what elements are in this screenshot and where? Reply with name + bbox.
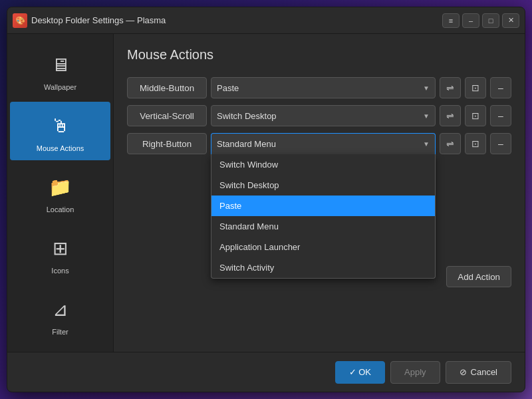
filter-icon: ⊿	[45, 293, 76, 325]
sidebar-label-mouse-actions: Mouse Actions	[37, 144, 84, 152]
sidebar-label-wallpaper: Wallpaper	[44, 83, 76, 91]
dropdown-item-paste[interactable]: Paste	[211, 196, 435, 216]
location-icon: 📁	[45, 171, 76, 203]
sidebar-item-icons[interactable]: ⊞ Icons	[10, 224, 110, 283]
middle-button-settings-icon[interactable]: ⇌	[440, 77, 461, 98]
dropdown-menu: Switch Window Switch Desktop Paste Stand…	[211, 154, 436, 279]
maximize-button[interactable]: □	[482, 13, 499, 28]
footer: ✓ OK Apply ⊘ Cancel	[7, 352, 525, 392]
right-button-settings-icon[interactable]: ⇌	[440, 133, 461, 154]
content-area: 🖥 Wallpaper 🖱 Mouse Actions 📁 Location ⊞…	[7, 34, 525, 352]
cancel-button[interactable]: ⊘ Cancel	[446, 361, 511, 384]
icons-icon: ⊞	[45, 232, 76, 264]
sidebar-label-icons: Icons	[51, 267, 68, 275]
close-button[interactable]: ✕	[502, 13, 519, 28]
sidebar-label-location: Location	[47, 205, 74, 213]
right-button-value: Standard Menu	[217, 139, 276, 149]
vertical-scroll-value: Switch Desktop	[217, 111, 277, 121]
minimize-button[interactable]: –	[462, 13, 479, 28]
middle-button-btn[interactable]: Middle-Button	[127, 77, 207, 98]
right-button-arrow: ▼	[423, 140, 430, 148]
titlebar-left: 🎨 Desktop Folder Settings — Plasma	[13, 13, 166, 28]
cancel-icon: ⊘	[460, 367, 467, 377]
vertical-scroll-arrow: ▼	[423, 112, 430, 120]
dropdown-item-switch-activity[interactable]: Switch Activity	[211, 257, 435, 278]
cancel-label: Cancel	[471, 367, 497, 377]
window-title: Desktop Folder Settings — Plasma	[31, 15, 166, 25]
apply-button[interactable]: Apply	[390, 361, 440, 384]
dropdown-item-switch-desktop[interactable]: Switch Desktop	[211, 175, 435, 196]
action-row-3: Right-Button Standard Menu ▼ Switch Wind…	[127, 132, 511, 156]
sidebar-item-filter[interactable]: ⊿ Filter	[10, 285, 110, 344]
vertical-scroll-select[interactable]: Switch Desktop ▼	[211, 105, 436, 126]
middle-button-remove-icon[interactable]: –	[490, 77, 511, 98]
main-window: 🎨 Desktop Folder Settings — Plasma ≡ – □…	[7, 7, 525, 392]
action-row-1: Middle-Button Paste ▼ ⇌ ⊡ –	[127, 76, 511, 100]
vertical-scroll-settings-icon[interactable]: ⇌	[440, 105, 461, 126]
middle-button-value: Paste	[217, 83, 239, 93]
add-action-label: Add Action	[458, 272, 500, 282]
sidebar-item-about[interactable]: ℹ About	[10, 346, 110, 352]
app-icon: 🎨	[13, 13, 27, 28]
middle-button-copy-icon[interactable]: ⊡	[465, 77, 486, 98]
titlebar-controls: ≡ – □ ✕	[442, 13, 519, 28]
right-button-copy-icon[interactable]: ⊡	[465, 133, 486, 154]
mouse-icon: 🖱	[45, 110, 76, 142]
middle-button-select[interactable]: Paste ▼	[211, 77, 436, 98]
main-panel: Mouse Actions Middle-Button Paste ▼ ⇌ ⊡ …	[114, 34, 525, 352]
middle-button-arrow: ▼	[423, 84, 430, 92]
vertical-scroll-copy-icon[interactable]: ⊡	[465, 105, 486, 126]
dropdown-item-application-launcher[interactable]: Application Launcher	[211, 237, 435, 257]
sidebar-label-filter: Filter	[52, 328, 68, 336]
sidebar: 🖥 Wallpaper 🖱 Mouse Actions 📁 Location ⊞…	[7, 34, 114, 352]
dropdown-item-standard-menu[interactable]: Standard Menu	[211, 216, 435, 237]
sidebar-item-wallpaper[interactable]: 🖥 Wallpaper	[10, 41, 110, 99]
ok-label: ✓ OK	[349, 367, 371, 377]
right-button-remove-icon[interactable]: –	[490, 133, 511, 154]
add-action-button[interactable]: Add Action	[446, 266, 511, 287]
right-button-btn[interactable]: Right-Button	[127, 133, 207, 154]
dropdown-item-switch-window[interactable]: Switch Window	[211, 154, 435, 175]
page-title: Mouse Actions	[127, 47, 511, 63]
ok-button[interactable]: ✓ OK	[335, 361, 385, 384]
titlebar: 🎨 Desktop Folder Settings — Plasma ≡ – □…	[7, 7, 525, 34]
wallpaper-icon: 🖥	[45, 49, 76, 80]
actions-area: Middle-Button Paste ▼ ⇌ ⊡ – Vertical-Scr…	[127, 76, 511, 338]
vertical-scroll-remove-icon[interactable]: –	[490, 105, 511, 126]
action-row-2: Vertical-Scroll Switch Desktop ▼ ⇌ ⊡ –	[127, 104, 511, 128]
sidebar-item-mouse-actions[interactable]: 🖱 Mouse Actions	[10, 102, 110, 160]
right-button-select[interactable]: Standard Menu ▼	[211, 133, 436, 154]
vertical-scroll-btn[interactable]: Vertical-Scroll	[127, 105, 207, 126]
sidebar-item-location[interactable]: 📁 Location	[10, 163, 110, 221]
menu-button[interactable]: ≡	[442, 13, 460, 28]
apply-label: Apply	[404, 367, 426, 377]
